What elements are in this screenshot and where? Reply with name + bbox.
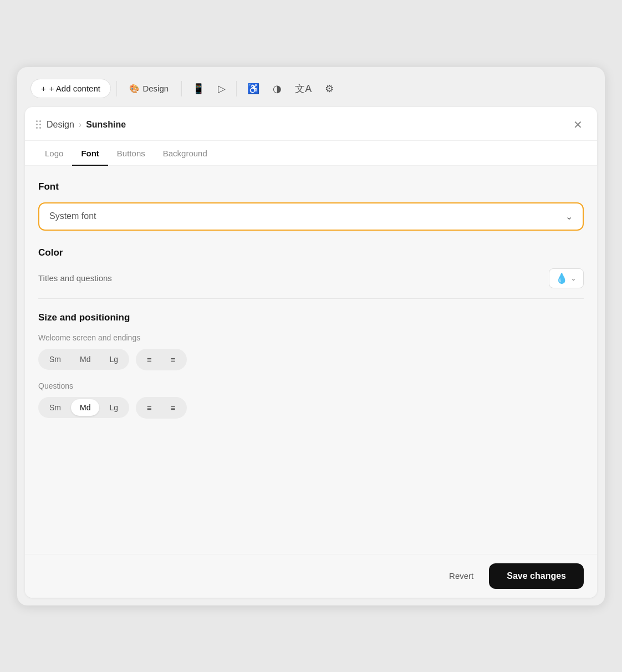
panel-footer: Revert Save changes — [25, 554, 597, 598]
toolbar-divider-3 — [236, 81, 237, 96]
toolbar: + + Add content 🎨 Design 📱 ▷ ♿ ◑ 文A ⚙ — [25, 75, 597, 107]
questions-label: Questions — [38, 381, 584, 390]
gear-icon: ⚙ — [325, 83, 334, 94]
tab-background[interactable]: Background — [154, 141, 216, 166]
questions-size-md[interactable]: Md — [71, 399, 99, 416]
language-button[interactable]: ◑ — [268, 79, 287, 99]
breadcrumb-separator: › — [79, 120, 81, 130]
questions-align-left[interactable]: ≡ — [138, 399, 161, 416]
palette-icon: 🎨 — [129, 84, 140, 94]
settings-button[interactable]: ⚙ — [320, 79, 339, 99]
tab-logo[interactable]: Logo — [36, 141, 72, 166]
questions-size-sm[interactable]: Sm — [40, 399, 70, 416]
breadcrumb-root: Design — [47, 120, 74, 130]
font-dropdown[interactable]: System font ⌄ — [38, 202, 584, 231]
toolbar-divider-2 — [181, 81, 182, 96]
color-picker-chevron: ⌄ — [570, 274, 577, 282]
font-section-title: Font — [38, 181, 584, 192]
panel-header-left: Design › Sunshine — [36, 120, 126, 130]
add-content-label: + Add content — [49, 84, 100, 93]
welcome-align-left[interactable]: ≡ — [138, 351, 161, 368]
size-section: Size and positioning Welcome screen and … — [38, 312, 584, 419]
questions-size-buttons: Sm Md Lg — [38, 397, 129, 418]
chevron-down-icon: ⌄ — [565, 211, 573, 222]
tab-font[interactable]: Font — [72, 141, 108, 166]
color-row: Titles and questions 💧 ⌄ — [38, 268, 584, 299]
align-left-icon: ≡ — [147, 355, 152, 364]
design-button[interactable]: 🎨 Design — [123, 80, 175, 98]
welcome-size-sm[interactable]: Sm — [40, 351, 70, 368]
questions-align-center[interactable]: ≡ — [162, 399, 185, 416]
language-icon: ◑ — [273, 83, 282, 94]
color-picker-button[interactable]: 💧 ⌄ — [549, 268, 584, 288]
welcome-align-buttons: ≡ ≡ — [136, 349, 187, 370]
panel-header: Design › Sunshine ✕ — [25, 107, 597, 141]
welcome-size-buttons: Sm Md Lg — [38, 349, 129, 370]
questions-align-center-icon: ≡ — [171, 403, 176, 413]
save-changes-button[interactable]: Save changes — [489, 563, 584, 589]
questions-size-group: Sm Md Lg ≡ ≡ — [38, 397, 584, 419]
questions-size-lg[interactable]: Lg — [100, 399, 127, 416]
color-section: Color Titles and questions 💧 ⌄ — [38, 247, 584, 299]
play-button[interactable]: ▷ — [213, 79, 231, 99]
accessibility-button[interactable]: ♿ — [242, 79, 264, 99]
mobile-button[interactable]: 📱 — [187, 79, 210, 99]
welcome-size-group: Sm Md Lg ≡ ≡ — [38, 349, 584, 370]
welcome-align-center[interactable]: ≡ — [162, 351, 185, 368]
questions-align-buttons: ≡ ≡ — [136, 397, 187, 419]
main-panel: Design › Sunshine ✕ Logo Font Buttons Ba… — [25, 107, 597, 598]
play-icon: ▷ — [218, 83, 226, 94]
mobile-icon: 📱 — [192, 83, 205, 94]
size-section-title: Size and positioning — [38, 312, 584, 323]
color-section-title: Color — [38, 247, 584, 258]
drag-handle[interactable] — [36, 120, 41, 129]
breadcrumb: Design › Sunshine — [47, 120, 126, 130]
font-dropdown-value: System font — [49, 211, 96, 221]
translate-icon: 文A — [295, 83, 312, 94]
translate-button[interactable]: 文A — [290, 78, 317, 99]
design-label: Design — [142, 84, 169, 93]
welcome-size-md[interactable]: Md — [71, 351, 99, 368]
panel-content: Font System font ⌄ Color Titles and ques… — [25, 166, 597, 554]
tab-buttons[interactable]: Buttons — [108, 141, 154, 166]
breadcrumb-current: Sunshine — [86, 120, 126, 130]
align-center-icon: ≡ — [171, 355, 176, 364]
welcome-size-lg[interactable]: Lg — [100, 351, 127, 368]
revert-button[interactable]: Revert — [442, 567, 480, 585]
plus-icon: + — [41, 84, 46, 93]
color-row-label: Titles and questions — [38, 273, 112, 283]
toolbar-divider — [116, 81, 118, 96]
close-button[interactable]: ✕ — [570, 117, 586, 133]
accessibility-icon: ♿ — [247, 83, 259, 94]
color-swatch-icon: 💧 — [556, 273, 567, 284]
welcome-screen-label: Welcome screen and endings — [38, 333, 584, 342]
questions-align-left-icon: ≡ — [147, 403, 152, 413]
add-content-button[interactable]: + + Add content — [30, 79, 111, 98]
font-section: Font System font ⌄ — [38, 181, 584, 231]
app-container: + + Add content 🎨 Design 📱 ▷ ♿ ◑ 文A ⚙ — [17, 67, 605, 605]
tabs-container: Logo Font Buttons Background — [25, 141, 597, 166]
